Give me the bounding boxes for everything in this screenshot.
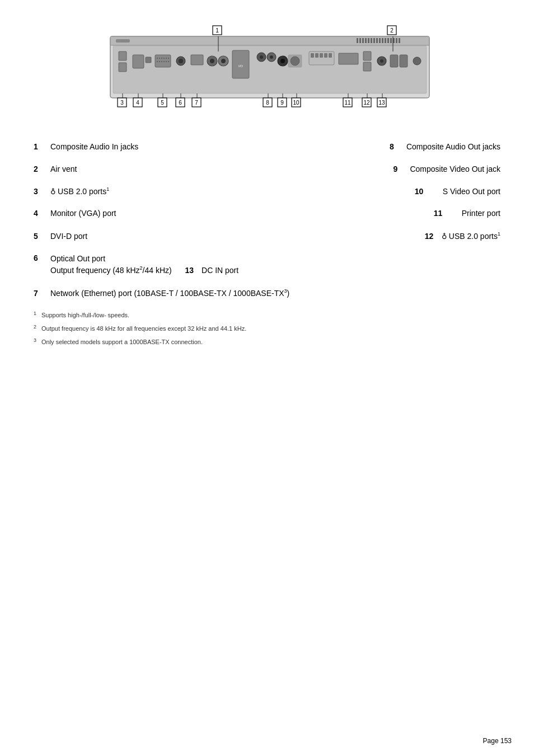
footnote-text-1: Supports high-/full-/low- speeds.	[41, 312, 129, 318]
usb-icon-12: ♁	[442, 232, 447, 241]
svg-rect-8	[371, 38, 372, 43]
svg-rect-57	[320, 53, 323, 58]
label-text-2: Air vent	[50, 164, 382, 175]
svg-point-33	[161, 61, 162, 62]
footnotes-section: 1 Supports high-/full-/low- speeds. 2 Ou…	[22, 311, 512, 345]
svg-text:12: 12	[363, 100, 370, 106]
svg-rect-61	[363, 51, 371, 60]
svg-rect-13	[385, 38, 386, 43]
svg-rect-65	[390, 55, 398, 67]
svg-rect-5	[362, 38, 364, 43]
svg-rect-16	[393, 38, 395, 43]
labels-section: 1 Composite Audio In jacks 8 Composite A…	[22, 142, 512, 299]
svg-point-51	[280, 59, 285, 63]
svg-rect-60	[339, 53, 358, 64]
svg-point-49	[270, 55, 273, 59]
svg-point-36	[168, 61, 169, 62]
svg-text:2: 2	[390, 27, 394, 34]
svg-point-27	[161, 58, 162, 59]
svg-text:1: 1	[216, 27, 219, 34]
svg-rect-56	[315, 53, 318, 58]
svg-rect-66	[400, 55, 407, 67]
label-row-7: 7 Network (Ethernet) port (10BASE-T / 10…	[34, 288, 500, 299]
svg-rect-15	[390, 38, 392, 43]
footnote-text-2: Output frequency is 48 kHz for all frequ…	[41, 325, 246, 332]
svg-point-31	[157, 61, 158, 62]
svg-rect-7	[368, 38, 369, 43]
label-row-4: 4 Monitor (VGA) port 11 Printer port	[34, 208, 500, 219]
label-text-3: ♁USB 2.0 ports1	[50, 186, 392, 197]
svg-rect-20	[119, 51, 127, 60]
usb-icon-3: ♁	[50, 187, 56, 196]
svg-text:7: 7	[195, 100, 198, 106]
label-text-4: Monitor (VGA) port	[50, 208, 423, 219]
svg-rect-10	[376, 38, 378, 43]
footnote-1: 1 Supports high-/full-/low- speeds.	[34, 311, 500, 318]
svg-point-64	[380, 59, 383, 63]
page-number: Page 153	[483, 737, 512, 745]
svg-rect-18	[399, 38, 400, 43]
label-col2-text-4: Printer port	[462, 208, 500, 219]
label-text-7: Network (Ethernet) port (10BASE-T / 100B…	[50, 288, 500, 299]
footnote-3: 3 Only selected models support a 1000BAS…	[34, 337, 500, 345]
footnote-num-1: 1	[34, 311, 41, 318]
svg-rect-4	[359, 38, 361, 43]
label-num-6: 6	[34, 253, 50, 264]
svg-point-34	[163, 61, 165, 62]
svg-point-30	[168, 58, 169, 59]
label-col2-num-4: 11	[434, 208, 462, 219]
svg-rect-14	[387, 38, 389, 43]
footnote-2: 2 Output frequency is 48 kHz for all fre…	[34, 324, 500, 332]
svg-rect-12	[382, 38, 383, 43]
svg-text:I/O: I/O	[238, 64, 243, 68]
svg-point-38	[179, 59, 183, 63]
svg-rect-22	[133, 55, 144, 68]
svg-point-41	[210, 59, 214, 63]
label-col2-text-6: DC IN port	[202, 266, 238, 275]
label-col2-text-3: S Video Out port	[443, 186, 500, 198]
label-col2-num-2: 9	[393, 164, 410, 175]
hardware-diagram: I/O	[82, 17, 452, 130]
svg-rect-6	[365, 38, 367, 43]
svg-point-47	[260, 55, 263, 59]
svg-point-29	[166, 58, 167, 59]
svg-rect-59	[329, 53, 332, 58]
svg-rect-53	[288, 55, 302, 67]
svg-rect-62	[363, 62, 371, 71]
svg-text:3: 3	[120, 100, 124, 106]
svg-point-28	[163, 58, 165, 59]
svg-text:4: 4	[136, 100, 139, 106]
label-col2-num-1: 8	[390, 142, 406, 153]
label-text-6: Optical Out port Output frequency (48 kH…	[50, 253, 500, 276]
label-col2-text-1: Composite Audio Out jacks	[406, 142, 500, 153]
svg-point-25	[157, 58, 158, 59]
svg-rect-24	[155, 55, 171, 67]
svg-text:5: 5	[161, 100, 164, 106]
svg-point-43	[221, 59, 226, 63]
label-row-5: 5 DVI-D port 12 ♁USB 2.0 ports1	[34, 231, 500, 242]
label-num-5: 5	[34, 231, 50, 242]
svg-rect-39	[191, 55, 203, 65]
label-text-1: Composite Audio In jacks	[50, 142, 367, 153]
svg-rect-23	[146, 57, 151, 63]
svg-rect-11	[379, 38, 381, 43]
label-col2-text-5: ♁USB 2.0 ports1	[442, 231, 500, 242]
label-text-5: DVI-D port	[50, 231, 402, 242]
label-row-1: 1 Composite Audio In jacks 8 Composite A…	[34, 142, 500, 153]
svg-point-67	[413, 57, 421, 65]
svg-rect-9	[373, 38, 375, 43]
label-num-2: 2	[34, 164, 50, 175]
footnote-num-2: 2	[34, 324, 41, 332]
svg-point-26	[159, 58, 160, 59]
svg-rect-55	[311, 53, 314, 58]
svg-rect-3	[357, 38, 358, 43]
label-num-1: 1	[34, 142, 50, 153]
svg-rect-17	[396, 38, 397, 43]
svg-text:9: 9	[280, 100, 284, 106]
svg-point-32	[159, 61, 160, 62]
label-num-3: 3	[34, 186, 50, 198]
label-col2-text-2: Composite Video Out jack	[410, 164, 500, 175]
label-row-6: 6 Optical Out port Output frequency (48 …	[34, 253, 500, 276]
svg-text:11: 11	[344, 100, 351, 106]
svg-point-35	[166, 61, 167, 62]
